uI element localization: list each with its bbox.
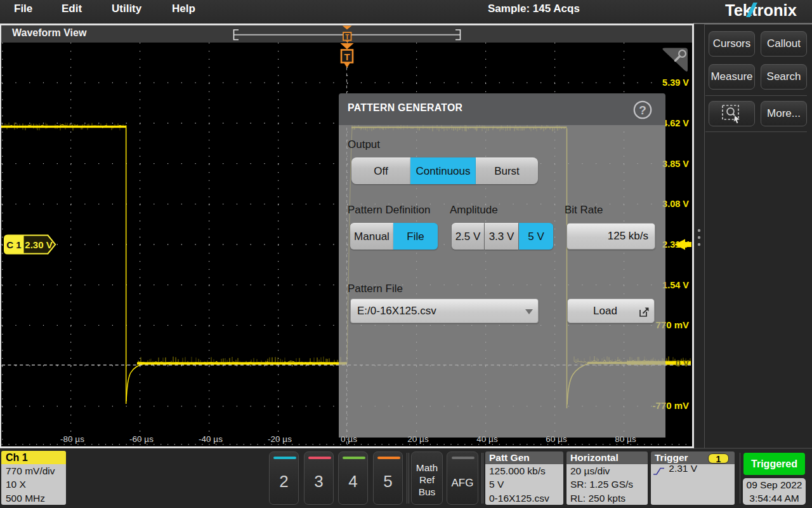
svg-text:T: T — [345, 34, 349, 41]
svg-text:C 1: C 1 — [6, 239, 21, 250]
svg-text:2.30 V: 2.30 V — [25, 239, 52, 250]
svg-text:3.85 V: 3.85 V — [662, 159, 689, 169]
svg-text:Tektronix: Tektronix — [725, 1, 797, 19]
svg-text:5.39 V: 5.39 V — [662, 77, 689, 88]
svg-text:-20 µs: -20 µs — [268, 434, 292, 444]
svg-text:-60 µs: -60 µs — [129, 434, 154, 444]
svg-text:3.08 V: 3.08 V — [662, 199, 689, 209]
svg-text:-80 µs: -80 µs — [60, 434, 84, 444]
svg-text:4.62 V: 4.62 V — [662, 118, 689, 128]
svg-text:1.54 V: 1.54 V — [662, 280, 689, 290]
svg-text:0 V: 0 V — [676, 358, 690, 368]
svg-text:T: T — [344, 51, 350, 62]
svg-text:-40 µs: -40 µs — [199, 434, 223, 444]
svg-text:?: ? — [639, 104, 646, 117]
